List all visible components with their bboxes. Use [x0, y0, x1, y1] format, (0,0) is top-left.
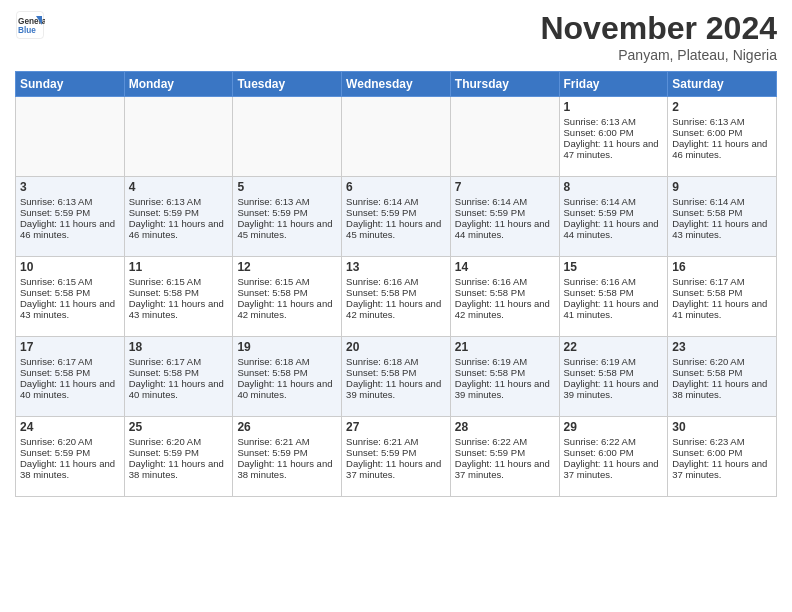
sunset-text: Sunset: 6:00 PM [672, 127, 772, 138]
day-number: 23 [672, 340, 772, 354]
sunset-text: Sunset: 5:58 PM [455, 367, 555, 378]
day-number: 17 [20, 340, 120, 354]
daylight-text: Daylight: 11 hours and 46 minutes. [20, 218, 120, 240]
daylight-text: Daylight: 11 hours and 37 minutes. [672, 458, 772, 480]
sunset-text: Sunset: 5:58 PM [346, 367, 446, 378]
calendar-cell [450, 97, 559, 177]
calendar-week-5: 24Sunrise: 6:20 AMSunset: 5:59 PMDayligh… [16, 417, 777, 497]
calendar-cell: 30Sunrise: 6:23 AMSunset: 6:00 PMDayligh… [668, 417, 777, 497]
day-number: 1 [564, 100, 664, 114]
month-title: November 2024 [540, 10, 777, 47]
daylight-text: Daylight: 11 hours and 38 minutes. [672, 378, 772, 400]
sunrise-text: Sunrise: 6:17 AM [672, 276, 772, 287]
calendar-cell: 3Sunrise: 6:13 AMSunset: 5:59 PMDaylight… [16, 177, 125, 257]
day-number: 22 [564, 340, 664, 354]
daylight-text: Daylight: 11 hours and 41 minutes. [672, 298, 772, 320]
sunrise-text: Sunrise: 6:18 AM [346, 356, 446, 367]
sunrise-text: Sunrise: 6:16 AM [346, 276, 446, 287]
sunset-text: Sunset: 5:59 PM [346, 447, 446, 458]
sunrise-text: Sunrise: 6:19 AM [455, 356, 555, 367]
calendar-cell: 17Sunrise: 6:17 AMSunset: 5:58 PMDayligh… [16, 337, 125, 417]
daylight-text: Daylight: 11 hours and 44 minutes. [455, 218, 555, 240]
calendar-cell: 25Sunrise: 6:20 AMSunset: 5:59 PMDayligh… [124, 417, 233, 497]
sunrise-text: Sunrise: 6:13 AM [129, 196, 229, 207]
calendar-cell [124, 97, 233, 177]
calendar-cell: 8Sunrise: 6:14 AMSunset: 5:59 PMDaylight… [559, 177, 668, 257]
sunrise-text: Sunrise: 6:14 AM [564, 196, 664, 207]
sunset-text: Sunset: 5:59 PM [455, 447, 555, 458]
calendar-cell: 11Sunrise: 6:15 AMSunset: 5:58 PMDayligh… [124, 257, 233, 337]
daylight-text: Daylight: 11 hours and 45 minutes. [346, 218, 446, 240]
day-number: 20 [346, 340, 446, 354]
daylight-text: Daylight: 11 hours and 46 minutes. [129, 218, 229, 240]
header-monday: Monday [124, 72, 233, 97]
calendar-cell: 15Sunrise: 6:16 AMSunset: 5:58 PMDayligh… [559, 257, 668, 337]
day-number: 30 [672, 420, 772, 434]
sunrise-text: Sunrise: 6:14 AM [672, 196, 772, 207]
daylight-text: Daylight: 11 hours and 40 minutes. [20, 378, 120, 400]
header-thursday: Thursday [450, 72, 559, 97]
calendar-week-3: 10Sunrise: 6:15 AMSunset: 5:58 PMDayligh… [16, 257, 777, 337]
daylight-text: Daylight: 11 hours and 42 minutes. [455, 298, 555, 320]
day-number: 6 [346, 180, 446, 194]
daylight-text: Daylight: 11 hours and 40 minutes. [129, 378, 229, 400]
day-number: 12 [237, 260, 337, 274]
sunrise-text: Sunrise: 6:20 AM [129, 436, 229, 447]
calendar-cell [342, 97, 451, 177]
header-wednesday: Wednesday [342, 72, 451, 97]
day-number: 5 [237, 180, 337, 194]
calendar-cell [16, 97, 125, 177]
day-number: 19 [237, 340, 337, 354]
sunrise-text: Sunrise: 6:16 AM [564, 276, 664, 287]
calendar-cell: 9Sunrise: 6:14 AMSunset: 5:58 PMDaylight… [668, 177, 777, 257]
calendar-cell: 7Sunrise: 6:14 AMSunset: 5:59 PMDaylight… [450, 177, 559, 257]
daylight-text: Daylight: 11 hours and 39 minutes. [564, 378, 664, 400]
sunrise-text: Sunrise: 6:15 AM [129, 276, 229, 287]
day-number: 29 [564, 420, 664, 434]
location: Panyam, Plateau, Nigeria [540, 47, 777, 63]
header-sunday: Sunday [16, 72, 125, 97]
sunrise-text: Sunrise: 6:13 AM [237, 196, 337, 207]
title-area: November 2024 Panyam, Plateau, Nigeria [540, 10, 777, 63]
daylight-text: Daylight: 11 hours and 43 minutes. [672, 218, 772, 240]
daylight-text: Daylight: 11 hours and 39 minutes. [455, 378, 555, 400]
sunrise-text: Sunrise: 6:21 AM [346, 436, 446, 447]
daylight-text: Daylight: 11 hours and 40 minutes. [237, 378, 337, 400]
logo: General Blue [15, 10, 45, 40]
sunset-text: Sunset: 5:58 PM [237, 367, 337, 378]
sunset-text: Sunset: 5:59 PM [564, 207, 664, 218]
day-number: 13 [346, 260, 446, 274]
sunrise-text: Sunrise: 6:17 AM [129, 356, 229, 367]
daylight-text: Daylight: 11 hours and 45 minutes. [237, 218, 337, 240]
sunset-text: Sunset: 5:59 PM [20, 207, 120, 218]
sunrise-text: Sunrise: 6:14 AM [346, 196, 446, 207]
sunrise-text: Sunrise: 6:13 AM [20, 196, 120, 207]
daylight-text: Daylight: 11 hours and 38 minutes. [20, 458, 120, 480]
sunset-text: Sunset: 6:00 PM [564, 447, 664, 458]
calendar-cell: 6Sunrise: 6:14 AMSunset: 5:59 PMDaylight… [342, 177, 451, 257]
calendar-week-4: 17Sunrise: 6:17 AMSunset: 5:58 PMDayligh… [16, 337, 777, 417]
sunrise-text: Sunrise: 6:23 AM [672, 436, 772, 447]
sunset-text: Sunset: 5:59 PM [20, 447, 120, 458]
sunrise-text: Sunrise: 6:14 AM [455, 196, 555, 207]
sunset-text: Sunset: 5:59 PM [455, 207, 555, 218]
calendar-cell: 14Sunrise: 6:16 AMSunset: 5:58 PMDayligh… [450, 257, 559, 337]
svg-text:Blue: Blue [18, 26, 36, 35]
sunset-text: Sunset: 5:58 PM [672, 207, 772, 218]
daylight-text: Daylight: 11 hours and 41 minutes. [564, 298, 664, 320]
sunset-text: Sunset: 5:59 PM [237, 207, 337, 218]
header-tuesday: Tuesday [233, 72, 342, 97]
day-number: 24 [20, 420, 120, 434]
calendar-cell: 29Sunrise: 6:22 AMSunset: 6:00 PMDayligh… [559, 417, 668, 497]
sunset-text: Sunset: 5:59 PM [129, 207, 229, 218]
sunset-text: Sunset: 5:59 PM [346, 207, 446, 218]
day-number: 26 [237, 420, 337, 434]
calendar-cell: 10Sunrise: 6:15 AMSunset: 5:58 PMDayligh… [16, 257, 125, 337]
day-number: 18 [129, 340, 229, 354]
daylight-text: Daylight: 11 hours and 37 minutes. [346, 458, 446, 480]
day-number: 8 [564, 180, 664, 194]
day-number: 28 [455, 420, 555, 434]
daylight-text: Daylight: 11 hours and 43 minutes. [20, 298, 120, 320]
day-number: 11 [129, 260, 229, 274]
day-number: 15 [564, 260, 664, 274]
